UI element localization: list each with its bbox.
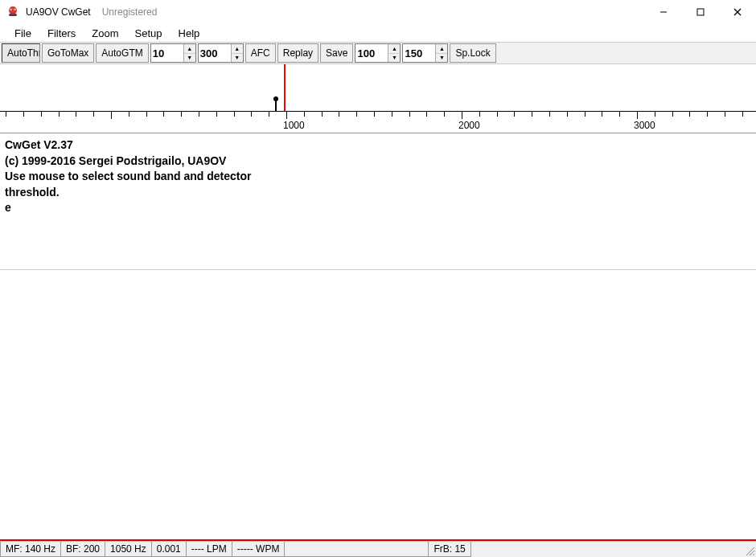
signal-needle-icon xyxy=(275,100,277,111)
status-bf: BF: 200 xyxy=(60,542,105,557)
menu-setup[interactable]: Setup xyxy=(127,26,171,41)
status-val: 0.001 xyxy=(151,542,187,557)
spin3-input[interactable] xyxy=(355,44,388,62)
svg-line-12 xyxy=(753,554,754,555)
afc-button[interactable]: AFC xyxy=(245,43,276,63)
window-subtitle: Unregistered xyxy=(102,6,158,18)
spin3-field[interactable]: ▲ ▼ xyxy=(355,43,401,63)
spin4-input[interactable] xyxy=(403,44,435,62)
spin2-input[interactable] xyxy=(199,44,231,62)
menubar: File Filters Zoom Setup Help xyxy=(0,24,756,42)
close-button[interactable] xyxy=(719,0,756,24)
spin2-up-icon[interactable]: ▲ xyxy=(232,44,243,54)
spin2-down-icon[interactable]: ▼ xyxy=(232,54,243,63)
spin3-down-icon[interactable]: ▼ xyxy=(388,54,400,63)
window-title: UA9OV CwGet xyxy=(26,6,91,18)
menu-zoom[interactable]: Zoom xyxy=(84,26,126,41)
spin1-up-icon[interactable]: ▲ xyxy=(184,44,195,54)
menu-file[interactable]: File xyxy=(6,26,39,41)
menu-filters[interactable]: Filters xyxy=(39,26,84,41)
spin3-up-icon[interactable]: ▲ xyxy=(388,44,400,54)
spin4-down-icon[interactable]: ▼ xyxy=(436,54,447,63)
status-bar: MF: 140 Hz BF: 200 1050 Hz 0.001 ---- LP… xyxy=(0,541,756,557)
minimize-button[interactable] xyxy=(645,0,682,24)
resize-grip-icon[interactable] xyxy=(742,542,756,557)
save-button[interactable]: Save xyxy=(320,43,353,63)
splock-button[interactable]: Sp.Lock xyxy=(450,43,495,63)
svg-point-0 xyxy=(9,6,17,14)
status-frb: FrB: 15 xyxy=(428,542,470,557)
spin2-field[interactable]: ▲ ▼ xyxy=(198,43,244,63)
spectrum-area[interactable]: 100020003000 xyxy=(0,64,756,133)
tx-area[interactable] xyxy=(0,270,756,539)
rx-text-output[interactable]: CwGet V2.37 (c) 1999-2016 Sergei Podstri… xyxy=(0,133,756,270)
autogtm-button[interactable]: AutoGTM xyxy=(96,43,148,63)
spin4-field[interactable]: ▲ ▼ xyxy=(402,43,448,63)
status-freq: 1050 Hz xyxy=(105,542,152,557)
frequency-ruler[interactable]: 100020003000 xyxy=(0,111,756,133)
menu-help[interactable]: Help xyxy=(171,26,208,41)
replay-button[interactable]: Replay xyxy=(277,43,318,63)
ruler-label: 1000 xyxy=(283,120,305,131)
maximize-button[interactable] xyxy=(682,0,719,24)
status-empty xyxy=(284,542,429,557)
waterfall-display[interactable] xyxy=(0,64,756,111)
status-lpm: ---- LPM xyxy=(186,542,232,557)
titlebar: UA9OV CwGet Unregistered xyxy=(0,0,756,24)
toolbar: AutoThr GoToMax AutoGTM ▲ ▼ ▲ ▼ AFC Repl… xyxy=(0,42,756,64)
spin1-field[interactable]: ▲ ▼ xyxy=(150,43,196,63)
spin1-input[interactable] xyxy=(151,44,183,62)
svg-point-4 xyxy=(14,9,15,10)
app-icon xyxy=(6,6,19,18)
gotomax-button[interactable]: GoToMax xyxy=(42,43,94,63)
status-mf: MF: 140 Hz xyxy=(0,542,61,557)
status-wpm: ----- WPM xyxy=(232,542,286,557)
svg-point-3 xyxy=(10,9,11,10)
svg-rect-5 xyxy=(9,14,17,16)
spin4-up-icon[interactable]: ▲ xyxy=(436,44,447,54)
spin1-down-icon[interactable]: ▼ xyxy=(184,54,195,63)
autothr-button[interactable]: AutoThr xyxy=(2,43,40,63)
ruler-label: 3000 xyxy=(634,120,655,131)
ruler-label: 2000 xyxy=(458,120,480,131)
svg-rect-7 xyxy=(697,9,704,15)
